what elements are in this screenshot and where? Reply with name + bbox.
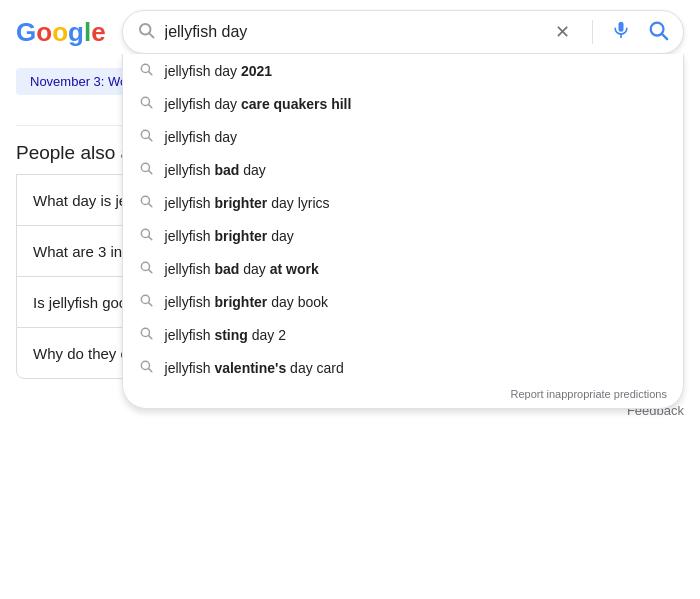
svg-line-11 (148, 138, 151, 141)
autocomplete-item-2[interactable]: jellyfish day (123, 120, 683, 153)
svg-line-5 (662, 34, 667, 39)
logo-o1: o (36, 17, 52, 47)
svg-line-21 (148, 303, 151, 306)
autocomplete-dropdown: jellyfish day 2021 jellyfish day care qu… (122, 54, 684, 409)
autocomplete-search-icon-7 (139, 293, 153, 310)
search-icon-left (137, 21, 155, 43)
autocomplete-text-3: jellyfish bad day (165, 162, 667, 178)
autocomplete-item-1[interactable]: jellyfish day care quakers hill (123, 87, 683, 120)
autocomplete-item-9[interactable]: jellyfish valentine's day card (123, 351, 683, 384)
autocomplete-item-7[interactable]: jellyfish brighter day book (123, 285, 683, 318)
autocomplete-search-icon-3 (139, 161, 153, 178)
search-box-inner: ✕ (137, 19, 669, 45)
svg-line-17 (148, 237, 151, 240)
svg-line-25 (148, 369, 151, 372)
autocomplete-search-icon-1 (139, 95, 153, 112)
svg-line-19 (148, 270, 151, 273)
autocomplete-search-icon-5 (139, 227, 153, 244)
autocomplete-text-4: jellyfish brighter day lyrics (165, 195, 667, 211)
svg-line-13 (148, 171, 151, 174)
svg-line-23 (148, 336, 151, 339)
logo-g2: g (68, 17, 84, 47)
autocomplete-search-icon-6 (139, 260, 153, 277)
autocomplete-item-3[interactable]: jellyfish bad day (123, 153, 683, 186)
svg-line-7 (148, 72, 151, 75)
logo-g: G (16, 17, 36, 47)
search-box: ✕ (122, 10, 684, 54)
autocomplete-search-icon-8 (139, 326, 153, 343)
autocomplete-item-8[interactable]: jellyfish sting day 2 (123, 318, 683, 351)
search-input[interactable] (165, 23, 541, 41)
svg-line-1 (149, 33, 153, 37)
header: Google ✕ (0, 0, 700, 64)
google-logo[interactable]: Google (16, 17, 106, 48)
search-submit-icon[interactable] (647, 19, 669, 45)
autocomplete-item-5[interactable]: jellyfish brighter day (123, 219, 683, 252)
autocomplete-item-0[interactable]: jellyfish day 2021 (123, 54, 683, 87)
report-predictions-link[interactable]: Report inappropriate predictions (123, 384, 683, 400)
autocomplete-item-4[interactable]: jellyfish brighter day lyrics (123, 186, 683, 219)
autocomplete-text-7: jellyfish brighter day book (165, 294, 667, 310)
autocomplete-text-5: jellyfish brighter day (165, 228, 667, 244)
voice-icon[interactable] (611, 20, 631, 44)
search-divider (592, 20, 593, 44)
autocomplete-text-9: jellyfish valentine's day card (165, 360, 667, 376)
logo-o2: o (52, 17, 68, 47)
autocomplete-search-icon-4 (139, 194, 153, 211)
autocomplete-text-0: jellyfish day 2021 (165, 63, 667, 79)
svg-rect-2 (619, 22, 624, 32)
autocomplete-search-icon-0 (139, 62, 153, 79)
autocomplete-text-2: jellyfish day (165, 129, 667, 145)
clear-icon[interactable]: ✕ (551, 21, 574, 43)
search-box-wrapper: ✕ (122, 10, 684, 54)
autocomplete-search-icon-2 (139, 128, 153, 145)
autocomplete-text-6: jellyfish bad day at work (165, 261, 667, 277)
autocomplete-search-icon-9 (139, 359, 153, 376)
svg-line-9 (148, 105, 151, 108)
autocomplete-text-8: jellyfish sting day 2 (165, 327, 667, 343)
autocomplete-text-1: jellyfish day care quakers hill (165, 96, 667, 112)
autocomplete-item-6[interactable]: jellyfish bad day at work (123, 252, 683, 285)
svg-line-15 (148, 204, 151, 207)
logo-e: e (91, 17, 105, 47)
